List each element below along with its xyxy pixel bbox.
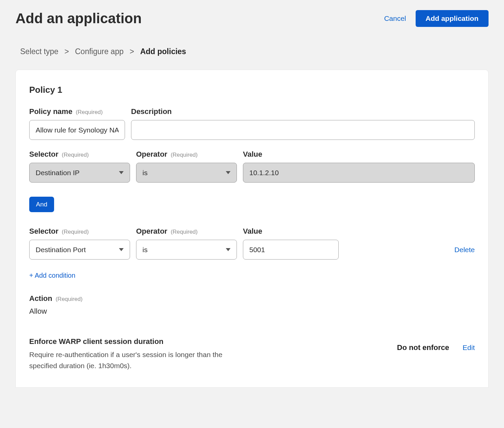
required-hint: (Required) (62, 152, 89, 158)
chevron-down-icon (226, 248, 230, 251)
cond2-value-field: Value (243, 227, 339, 260)
value-label: Value (243, 150, 262, 159)
required-hint: (Required) (55, 296, 82, 303)
warp-session-description: Require re-authentication if a user's se… (29, 349, 238, 371)
cond2-operator-field: Operator (Required) is (136, 227, 237, 260)
cond1-selector-field: Selector (Required) Destination IP (29, 150, 130, 183)
description-input[interactable] (131, 120, 475, 140)
warp-session-edit-link[interactable]: Edit (463, 344, 475, 352)
operator-label: Operator (136, 227, 167, 236)
policy-card: Policy 1 Policy name (Required) Descript… (15, 70, 489, 388)
chevron-down-icon (119, 171, 124, 174)
page-title: Add an application (15, 10, 142, 27)
action-block: Action (Required) Allow (29, 294, 475, 316)
action-value: Allow (29, 307, 475, 316)
breadcrumb-step-select-type[interactable]: Select type (20, 47, 58, 56)
cond2-value-input[interactable] (243, 240, 339, 260)
warp-session-title: Enforce WARP client session duration (29, 337, 238, 346)
cond2-selector-value: Destination Port (36, 246, 86, 254)
page-header: Add an application Cancel Add applicatio… (15, 10, 489, 27)
add-application-button[interactable]: Add application (416, 10, 489, 27)
header-actions: Cancel Add application (384, 10, 489, 27)
description-field: Description (131, 107, 475, 140)
cond2-selector-field: Selector (Required) Destination Port (29, 227, 130, 260)
cond1-selector-value: Destination IP (36, 169, 80, 177)
cond2-operator-select[interactable]: is (136, 240, 237, 260)
operator-label: Operator (136, 150, 167, 159)
cond1-operator-select[interactable]: is (136, 163, 237, 183)
warp-session-row: Enforce WARP client session duration Req… (29, 337, 475, 371)
breadcrumb-step-configure-app[interactable]: Configure app (75, 47, 124, 56)
delete-condition-link[interactable]: Delete (454, 246, 475, 254)
cond2-operator-value: is (142, 246, 148, 254)
cancel-link[interactable]: Cancel (384, 14, 406, 23)
breadcrumb: Select type > Configure app > Add polici… (15, 47, 489, 70)
policy-heading: Policy 1 (29, 85, 475, 95)
chevron-down-icon (226, 171, 230, 174)
chevron-down-icon (119, 248, 124, 251)
cond1-operator-field: Operator (Required) is (136, 150, 237, 183)
policy-name-field: Policy name (Required) (29, 107, 125, 140)
breadcrumb-step-add-policies: Add policies (140, 47, 186, 56)
cond1-operator-value: is (142, 169, 148, 177)
selector-label: Selector (29, 227, 58, 236)
description-label: Description (131, 107, 172, 116)
cond2-selector-select[interactable]: Destination Port (29, 240, 130, 260)
breadcrumb-separator: > (130, 47, 134, 56)
add-condition-link[interactable]: + Add condition (29, 272, 75, 279)
required-hint: (Required) (76, 109, 102, 116)
required-hint: (Required) (62, 229, 89, 235)
warp-session-status: Do not enforce (397, 343, 449, 352)
breadcrumb-separator: > (65, 47, 69, 56)
policy-name-input[interactable] (29, 120, 125, 140)
value-label: Value (243, 227, 262, 236)
action-label: Action (29, 294, 52, 303)
policy-name-label: Policy name (29, 107, 72, 116)
cond1-selector-select[interactable]: Destination IP (29, 163, 130, 183)
cond1-value-field: Value 10.1.2.10 (243, 150, 475, 183)
required-hint: (Required) (171, 152, 198, 158)
required-hint: (Required) (171, 229, 198, 235)
cond1-value-input[interactable]: 10.1.2.10 (243, 163, 475, 183)
cond1-value-text: 10.1.2.10 (249, 169, 279, 177)
logic-and-badge: And (29, 197, 54, 212)
selector-label: Selector (29, 150, 58, 159)
